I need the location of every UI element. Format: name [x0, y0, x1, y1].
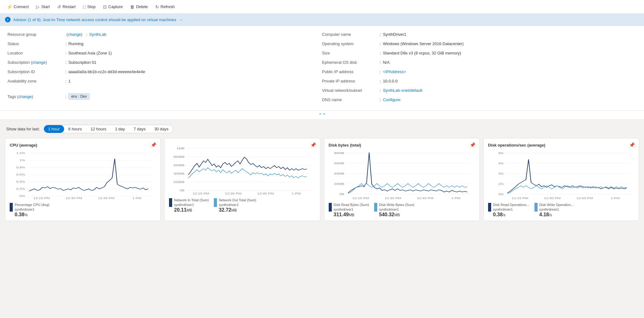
cpu-legend-color	[10, 203, 13, 212]
vm-info-section: Resource group (change) : SynthLab Statu…	[0, 26, 644, 111]
svg-text:80MB: 80MB	[334, 152, 344, 155]
stop-icon: □	[83, 4, 86, 9]
svg-text:12:30 PM: 12:30 PM	[66, 197, 82, 200]
status-row: Status : Running	[7, 41, 322, 48]
svg-text:6/s: 6/s	[498, 162, 504, 165]
stop-button[interactable]: □ Stop	[80, 2, 99, 11]
resource-group-change-link[interactable]: change	[68, 32, 81, 37]
collapse-bar[interactable]: ⌃⌃	[0, 111, 644, 120]
refresh-button[interactable]: ↻ Refresh	[152, 2, 178, 11]
dns-link[interactable]: Configure	[383, 97, 400, 102]
restart-button[interactable]: ↺ Restart	[54, 2, 79, 11]
network-in-legend-item: Network In Total (Sum) synthrdriver1 20.…	[169, 198, 209, 213]
time-12hours-button[interactable]: 12 hours	[86, 125, 111, 133]
svg-text:12:45 PM: 12:45 PM	[417, 197, 433, 200]
svg-text:12:15 PM: 12:15 PM	[352, 197, 369, 200]
svg-text:12:45 PM: 12:45 PM	[257, 192, 274, 195]
vnet-link[interactable]: SynthLab-vnet/default	[383, 88, 422, 93]
svg-text:0.6%: 0.6%	[16, 173, 25, 176]
network-out-legend-color	[214, 198, 217, 207]
dns-row: DNS name : Configure	[322, 97, 637, 104]
svg-text:0%: 0%	[20, 194, 25, 198]
network-out-legend-item: Network Out Total (Sum) synthrdriver1 32…	[214, 198, 256, 213]
collapse-chevron-icon: ⌃⌃	[318, 113, 326, 118]
disk-bytes-pin-icon[interactable]: 📌	[470, 142, 476, 148]
svg-text:1MB: 1MB	[176, 147, 185, 150]
cpu-chart-title: CPU (average)	[10, 143, 156, 147]
disk-read-ops-legend-color	[488, 203, 491, 212]
svg-text:12:15 PM: 12:15 PM	[33, 197, 50, 200]
time-1day-button[interactable]: 1 day	[111, 125, 129, 133]
svg-text:20MB: 20MB	[334, 182, 344, 185]
location-row: Location : Southeast Asia (Zone 1)	[7, 51, 322, 58]
refresh-icon: ↻	[155, 4, 159, 9]
svg-text:12:45 PM: 12:45 PM	[576, 197, 593, 200]
disk-ops-chart-title: Disk operations/sec (average)	[488, 143, 634, 147]
cpu-chart-legend: Percentage CPU (Avg) synthrdriver1 0.38%	[10, 202, 156, 217]
restart-icon: ↺	[57, 4, 61, 9]
time-filter: 1 hour 6 hours 12 hours 1 day 7 days 30 …	[44, 125, 173, 133]
public-ip-link[interactable]: <IPAddress>	[383, 69, 406, 74]
disk-write-bytes-legend-color	[374, 203, 377, 212]
svg-text:1%: 1%	[20, 159, 25, 162]
start-button[interactable]: ▷ Start	[33, 2, 53, 11]
svg-text:1 PM: 1 PM	[132, 197, 141, 200]
disk-read-bytes-legend-color	[329, 203, 332, 212]
delete-button[interactable]: 🗑 Delete	[127, 2, 151, 11]
svg-text:0.4%: 0.4%	[16, 180, 25, 183]
network-chart-card: 📌 1MB 800kB 600kB 400kB 200kB	[164, 138, 320, 221]
time-1hour-button[interactable]: 1 hour	[44, 125, 64, 133]
start-icon: ▷	[36, 4, 40, 9]
svg-text:12:30 PM: 12:30 PM	[544, 197, 561, 200]
disk-ops-chart-legend: Disk Read Operations... synthrdriver1 0.…	[488, 202, 634, 217]
resource-group-value[interactable]: SynthLab	[89, 32, 106, 37]
disk-ops-chart-area: 8/s 6/s 4/s 2/s 0/s 12:15 PM 12:30 PM 12…	[488, 150, 634, 200]
disk-ops-pin-icon[interactable]: 📌	[629, 142, 635, 148]
computer-name-row: Computer name : SynthDriver1	[322, 32, 637, 39]
disk-write-ops-legend-item: Disk Write Operation... synthrdriver1 4.…	[534, 202, 574, 217]
disk-bytes-chart-card: Disk bytes (total) 📌 80MB 60MB 40MB 20MB…	[324, 138, 480, 221]
svg-text:0.8%: 0.8%	[16, 166, 25, 169]
public-ip-row: Public IP address : <IPAddress>	[322, 69, 637, 76]
cpu-chart-area: 1.2% 1% 0.8% 0.6% 0.4% 0.2% 0% 12:15 PM …	[10, 150, 156, 200]
advisor-link[interactable]: →	[179, 17, 183, 22]
svg-text:0B: 0B	[339, 193, 344, 196]
svg-text:2/s: 2/s	[498, 182, 504, 185]
private-ip-row: Private IP address : 10.0.0.0	[322, 79, 637, 86]
cpu-pin-icon[interactable]: 📌	[151, 142, 157, 148]
capture-icon: ⊡	[103, 4, 107, 9]
svg-text:60MB: 60MB	[334, 162, 344, 165]
cpu-legend-item: Percentage CPU (Avg) synthrdriver1 0.38%	[10, 202, 49, 217]
availability-zone-row: Availability zone : 1	[7, 79, 322, 86]
advisor-banner: i Advisor (1 of 9): Just-In-Time network…	[0, 14, 644, 26]
connect-button[interactable]: ⚡ Connect	[4, 2, 32, 11]
resource-group-row: Resource group (change) : SynthLab	[7, 32, 322, 39]
info-right-col: Computer name : SynthDriver1 Operating s…	[322, 32, 637, 104]
tags-change-link[interactable]: change	[18, 94, 32, 99]
size-row: Size : Standard D8s v3 (8 vcpus, 32 GiB …	[322, 51, 637, 58]
tags-row: Tags (change) : env : Dev	[7, 93, 322, 100]
time-6hours-button[interactable]: 6 hours	[64, 125, 86, 133]
time-7days-button[interactable]: 7 days	[129, 125, 150, 133]
tag-badge: env : Dev	[68, 93, 90, 100]
svg-text:0B: 0B	[180, 189, 185, 192]
svg-text:600kB: 600kB	[174, 164, 185, 167]
vnet-row: Virtual network/subnet : SynthLab-vnet/d…	[322, 88, 637, 95]
info-left-col: Resource group (change) : SynthLab Statu…	[7, 32, 322, 104]
cpu-chart-card: CPU (average) 📌 1.2% 1%	[5, 138, 161, 221]
capture-button[interactable]: ⊡ Capture	[100, 2, 126, 11]
svg-text:12:15 PM: 12:15 PM	[193, 192, 209, 195]
svg-text:1 PM: 1 PM	[451, 197, 460, 200]
disk-write-ops-legend-color	[534, 203, 538, 212]
svg-text:12:45 PM: 12:45 PM	[98, 197, 115, 200]
disk-bytes-chart-title: Disk bytes (total)	[329, 143, 475, 147]
svg-text:200kB: 200kB	[174, 180, 185, 184]
network-chart-area: 1MB 800kB 600kB 400kB 200kB 0B 12:15 PM …	[169, 145, 315, 195]
svg-text:0/s: 0/s	[498, 193, 504, 196]
svg-text:40MB: 40MB	[334, 172, 344, 175]
svg-text:400kB: 400kB	[174, 172, 185, 175]
svg-text:4/s: 4/s	[498, 172, 504, 175]
os-row: Operating system : Windows (Windows Serv…	[322, 41, 637, 48]
subscription-change-link[interactable]: change	[32, 60, 45, 65]
time-30days-button[interactable]: 30 days	[150, 125, 173, 133]
